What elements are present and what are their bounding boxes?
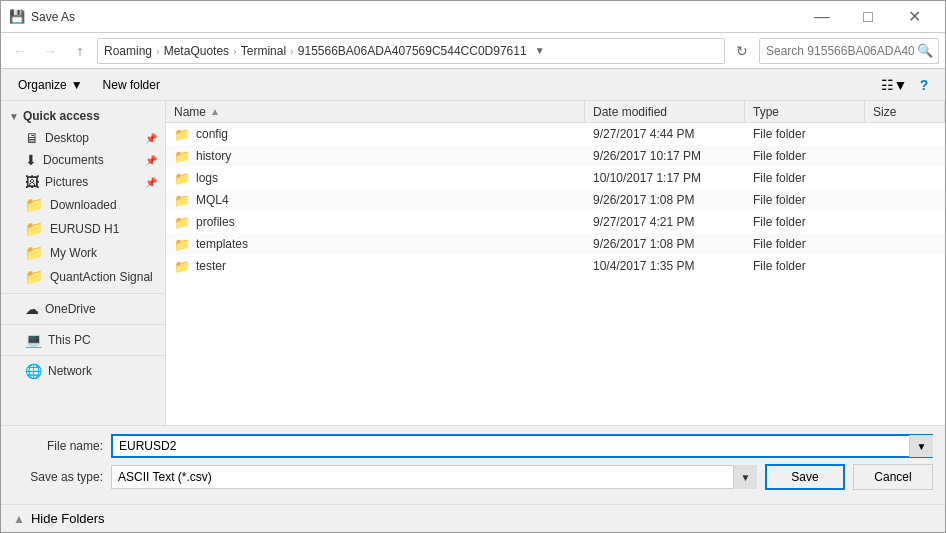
savetype-select-wrapper: ASCII Text (*.csv) ▼ xyxy=(111,465,757,489)
view-options-button[interactable]: ☷▼ xyxy=(881,73,907,97)
sidebar-item-downloaded[interactable]: 📁 Downloaded xyxy=(1,193,165,217)
help-button[interactable]: ? xyxy=(911,73,937,97)
path-sep-2: › xyxy=(233,45,237,57)
table-row[interactable]: 📁 logs 10/10/2017 1:17 PM File folder xyxy=(166,167,945,189)
toolbar-right: ☷▼ ? xyxy=(881,73,937,97)
thispc-icon: 💻 xyxy=(25,332,42,348)
file-date-cell: 9/26/2017 10:17 PM xyxy=(585,149,745,163)
sidebar-item-label-pictures: Pictures xyxy=(45,175,88,189)
window-controls: — □ ✕ xyxy=(799,1,937,33)
savetype-label: Save as type: xyxy=(13,470,103,484)
save-as-dialog: 💾 Save As — □ ✕ ← → ↑ Roaming › MetaQuot… xyxy=(0,0,946,533)
column-header-type[interactable]: Type xyxy=(745,101,865,122)
folder-icon-eurusd: 📁 xyxy=(25,220,44,238)
sidebar-item-label-documents: Documents xyxy=(43,153,104,167)
sidebar-item-network[interactable]: 🌐 Network xyxy=(1,360,165,382)
sidebar-divider-3 xyxy=(1,355,165,356)
pin-icon-documents: 📌 xyxy=(145,155,157,166)
sidebar-item-eurusd[interactable]: 📁 EURUSD H1 xyxy=(1,217,165,241)
file-date-cell: 9/27/2017 4:44 PM xyxy=(585,127,745,141)
window-title: Save As xyxy=(31,10,799,24)
sidebar-item-label-thispc: This PC xyxy=(48,333,91,347)
column-header-date[interactable]: Date modified xyxy=(585,101,745,122)
file-name-cell: 📁 tester xyxy=(166,259,585,274)
file-list-body: 📁 config 9/27/2017 4:44 PM File folder 📁… xyxy=(166,123,945,425)
file-date-cell: 10/10/2017 1:17 PM xyxy=(585,171,745,185)
cancel-button[interactable]: Cancel xyxy=(853,464,933,490)
sidebar-item-label-network: Network xyxy=(48,364,92,378)
file-type-cell: File folder xyxy=(745,149,865,163)
sidebar-divider-2 xyxy=(1,324,165,325)
file-name-cell: 📁 config xyxy=(166,127,585,142)
sort-arrow-name: ▲ xyxy=(210,106,220,117)
sidebar-item-label-downloaded: Downloaded xyxy=(50,198,117,212)
sidebar-item-mywork[interactable]: 📁 My Work xyxy=(1,241,165,265)
sidebar-item-label-quantaction: QuantAction Signal xyxy=(50,270,153,284)
quick-access-header[interactable]: ▼ Quick access xyxy=(1,105,165,127)
sidebar-item-documents[interactable]: ⬇ Documents 📌 xyxy=(1,149,165,171)
refresh-button[interactable]: ↻ xyxy=(729,38,755,64)
table-row[interactable]: 📁 config 9/27/2017 4:44 PM File folder xyxy=(166,123,945,145)
desktop-icon: 🖥 xyxy=(25,130,39,146)
main-area: ▼ Quick access 🖥 Desktop 📌 ⬇ Documents 📌… xyxy=(1,101,945,425)
file-name-cell: 📁 history xyxy=(166,149,585,164)
folder-icon: 📁 xyxy=(174,149,190,164)
table-row[interactable]: 📁 MQL4 9/26/2017 1:08 PM File folder xyxy=(166,189,945,211)
close-button[interactable]: ✕ xyxy=(891,1,937,33)
path-dropdown-button[interactable]: ▼ xyxy=(531,39,549,63)
toolbar: Organize ▼ New folder ☷▼ ? xyxy=(1,69,945,101)
organize-button[interactable]: Organize ▼ xyxy=(9,73,92,97)
file-type-cell: File folder xyxy=(745,259,865,273)
column-header-size[interactable]: Size xyxy=(865,101,945,122)
column-header-name[interactable]: Name ▲ xyxy=(166,101,585,122)
table-row[interactable]: 📁 profiles 9/27/2017 4:21 PM File folder xyxy=(166,211,945,233)
file-name-cell: 📁 profiles xyxy=(166,215,585,230)
folder-icon: 📁 xyxy=(174,171,190,186)
sidebar-item-pictures[interactable]: 🖼 Pictures 📌 xyxy=(1,171,165,193)
search-input[interactable] xyxy=(759,38,939,64)
pin-icon-pictures: 📌 xyxy=(145,177,157,188)
back-button[interactable]: ← xyxy=(7,38,33,64)
file-list-header: Name ▲ Date modified Type Size xyxy=(166,101,945,123)
table-row[interactable]: 📁 tester 10/4/2017 1:35 PM File folder xyxy=(166,255,945,277)
quick-access-chevron-icon: ▼ xyxy=(9,111,19,122)
organize-chevron-icon: ▼ xyxy=(71,78,83,92)
sidebar-item-quantaction[interactable]: 📁 QuantAction Signal xyxy=(1,265,165,289)
path-segment-roaming: Roaming xyxy=(104,44,152,58)
filename-input-wrapper: ▼ xyxy=(111,434,933,458)
file-type-cell: File folder xyxy=(745,171,865,185)
hide-folders-label: Hide Folders xyxy=(31,511,105,526)
filename-input[interactable] xyxy=(111,434,933,458)
documents-icon: ⬇ xyxy=(25,152,37,168)
new-folder-button[interactable]: New folder xyxy=(94,73,169,97)
folder-icon-mywork: 📁 xyxy=(25,244,44,262)
table-row[interactable]: 📁 templates 9/26/2017 1:08 PM File folde… xyxy=(166,233,945,255)
filename-dropdown-button[interactable]: ▼ xyxy=(909,435,933,457)
title-bar: 💾 Save As — □ ✕ xyxy=(1,1,945,33)
file-name-cell: 📁 MQL4 xyxy=(166,193,585,208)
onedrive-icon: ☁ xyxy=(25,301,39,317)
sidebar-item-thispc[interactable]: 💻 This PC xyxy=(1,329,165,351)
minimize-button[interactable]: — xyxy=(799,1,845,33)
file-date-cell: 9/27/2017 4:21 PM xyxy=(585,215,745,229)
folder-icon: 📁 xyxy=(174,237,190,252)
forward-button[interactable]: → xyxy=(37,38,63,64)
maximize-button[interactable]: □ xyxy=(845,1,891,33)
sidebar-item-desktop[interactable]: 🖥 Desktop 📌 xyxy=(1,127,165,149)
file-date-cell: 9/26/2017 1:08 PM xyxy=(585,237,745,251)
file-type-cell: File folder xyxy=(745,193,865,207)
window-icon: 💾 xyxy=(9,9,25,25)
filename-label: File name: xyxy=(13,439,103,453)
file-type-cell: File folder xyxy=(745,127,865,141)
hide-folders-row[interactable]: ▲ Hide Folders xyxy=(1,504,945,532)
address-path[interactable]: Roaming › MetaQuotes › Terminal › 915566… xyxy=(97,38,725,64)
save-button[interactable]: Save xyxy=(765,464,845,490)
path-segment-terminal: Terminal xyxy=(241,44,286,58)
search-icon: 🔍 xyxy=(917,43,933,58)
savetype-select[interactable]: ASCII Text (*.csv) xyxy=(111,465,757,489)
sidebar-item-onedrive[interactable]: ☁ OneDrive xyxy=(1,298,165,320)
sidebar-item-label-desktop: Desktop xyxy=(45,131,89,145)
up-button[interactable]: ↑ xyxy=(67,38,93,64)
path-sep-1: › xyxy=(156,45,160,57)
table-row[interactable]: 📁 history 9/26/2017 10:17 PM File folder xyxy=(166,145,945,167)
